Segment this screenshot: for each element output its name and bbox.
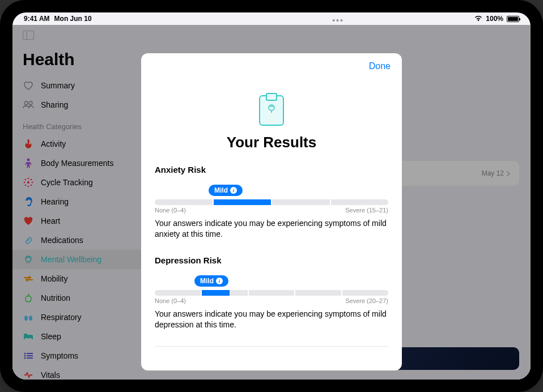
battery-percent: 100% (486, 15, 503, 23)
info-icon: i (230, 187, 237, 194)
results-modal: Done Your Results Anxiety Risk Mild i (141, 53, 402, 370)
status-bar: 9:41 AM Mon Jun 10 100% (12, 12, 531, 25)
anxiety-section: Anxiety Risk Mild i (155, 165, 388, 240)
depression-description: Your answers indicate you may be experie… (155, 309, 388, 330)
info-icon: i (216, 278, 223, 284)
anxiety-description: Your answers indicate you may be experie… (155, 218, 388, 240)
scale-max: Severe (20–27) (345, 297, 388, 304)
anxiety-label: Anxiety Risk (155, 165, 388, 174)
status-date: Mon Jun 10 (54, 15, 92, 23)
depression-badge[interactable]: Mild i (194, 275, 228, 287)
depression-section: Depression Risk Mild i (155, 255, 388, 330)
scale-min: None (0–4) (155, 297, 186, 304)
wifi-icon (474, 15, 482, 23)
scale-min: None (0–4) (155, 207, 186, 214)
scale-max: Severe (15–21) (345, 207, 388, 214)
status-time: 9:41 AM (24, 15, 50, 23)
device-frame: 9:41 AM Mon Jun 10 100% Health Summary (0, 0, 543, 392)
clipboard-icon (155, 95, 388, 126)
battery-icon (507, 16, 519, 22)
modal-title: Your Results (155, 134, 388, 151)
divider (155, 346, 388, 347)
depression-scale: None (0–4) Severe (20–27) (155, 290, 388, 304)
multitask-dots-icon[interactable]: ••• (332, 16, 344, 25)
screen: 9:41 AM Mon Jun 10 100% Health Summary (12, 12, 531, 380)
depression-label: Depression Risk (155, 255, 388, 265)
done-button[interactable]: Done (369, 61, 391, 71)
anxiety-scale: None (0–4) Severe (15–21) (155, 199, 388, 214)
anxiety-badge[interactable]: Mild i (209, 185, 243, 196)
